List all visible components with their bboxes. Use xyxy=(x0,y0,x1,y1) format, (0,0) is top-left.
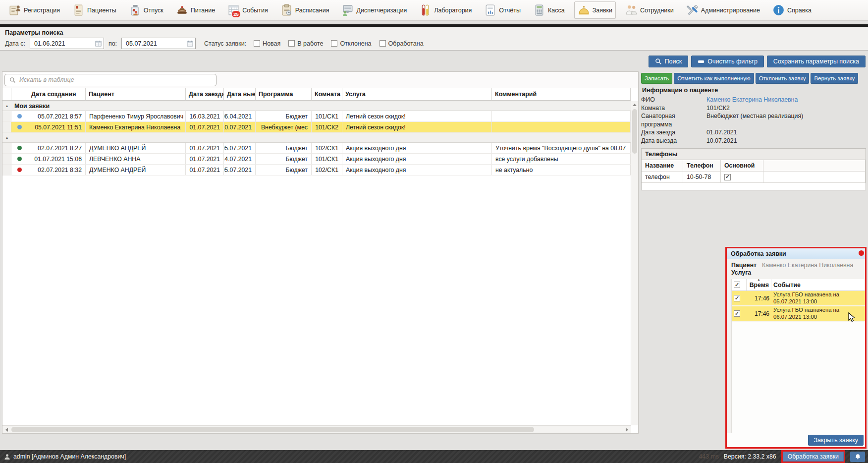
save-search-params-button[interactable]: Сохранить параметры поиска xyxy=(767,56,866,67)
toolbar-item-schedules[interactable]: Расписания xyxy=(277,2,332,18)
cell-departure: 05.07.2021 xyxy=(224,143,256,153)
status-option-new[interactable]: Новая xyxy=(254,40,280,47)
save-search-params-label: Сохранить параметры поиска xyxy=(773,58,859,65)
cell-program: Бюджет xyxy=(256,165,312,175)
column-header-program[interactable]: Программа xyxy=(256,88,312,100)
phones-column-phone[interactable]: Телефон xyxy=(683,160,721,172)
request-row[interactable]: 05.07.2021 8:57Парфененко Тимур Ярославо… xyxy=(2,111,631,122)
laboratory-icon xyxy=(419,4,432,16)
date-to-value: 05.07.2021 xyxy=(126,40,185,47)
status-checkboxes: Новая В работе Отклонена Обработана xyxy=(254,40,423,47)
popup-column-event[interactable]: Событие xyxy=(771,279,865,290)
calendar-icon[interactable] xyxy=(187,40,193,47)
checkbox[interactable]: ✓ xyxy=(734,310,740,317)
phones-column-primary[interactable]: Основной xyxy=(721,160,763,172)
toolbar-item-food[interactable]: Питание xyxy=(173,2,218,18)
toolbar-item-requests[interactable]: Заявки xyxy=(574,1,616,19)
clear-filter-button[interactable]: Очистить фильтр xyxy=(691,56,764,67)
phones-column-name[interactable]: Название xyxy=(642,160,683,172)
column-header-patient[interactable]: Пациент xyxy=(86,88,186,100)
toolbar-item-patients[interactable]: Пациенты xyxy=(69,2,119,18)
check-mark: ✓ xyxy=(735,295,739,301)
cell-departure: 05.07.2021 xyxy=(224,165,256,175)
calendar-icon[interactable] xyxy=(95,40,102,47)
column-header-comment[interactable]: Комментарий xyxy=(492,88,631,100)
column-header-departure[interactable]: Дата выезда xyxy=(224,88,256,100)
row-indicator xyxy=(2,111,11,121)
toolbar-item-cash[interactable]: Касса xyxy=(530,2,568,18)
checkbox[interactable]: ✓ xyxy=(724,174,731,180)
popup-rows: ✓17:46Услуга ГБО назначена на 05.07.2021… xyxy=(732,291,865,322)
processing-task-label: Обработка заявки xyxy=(788,453,839,460)
column-header-room[interactable]: Комната xyxy=(312,88,342,100)
save-request-button[interactable]: Записать xyxy=(641,73,672,84)
patient-name-link[interactable]: Каменко Екатерина Николаевна xyxy=(706,96,798,104)
date-from-input[interactable]: 01.06.2021 xyxy=(30,38,104,49)
vertical-scroll-thumb[interactable] xyxy=(632,109,637,154)
toolbar-item-registration[interactable]: Регистрация xyxy=(6,2,63,18)
popup-event-row[interactable]: ✓17:46Услуга ГБО назначена на 05.07.2021… xyxy=(732,291,865,306)
requests-icon xyxy=(578,4,590,16)
collapse-arrow-icon[interactable]: ▲ xyxy=(2,133,11,143)
toolbar-item-dispatch[interactable]: Диспетчеризация xyxy=(338,2,410,18)
toolbar-item-help[interactable]: Справка xyxy=(769,2,814,18)
phones-column-filler xyxy=(763,160,866,172)
toolbar-item-events[interactable]: 25 События xyxy=(224,2,271,18)
column-header-service[interactable]: Услуга xyxy=(342,88,492,100)
mark-done-label: Отметить как выполненную xyxy=(677,75,750,81)
scroll-up-arrow-icon[interactable] xyxy=(631,101,638,108)
toolbar-item-reports[interactable]: Отчёты xyxy=(481,2,524,18)
checkbox[interactable]: ✓ xyxy=(734,282,740,288)
horizontal-scroll-thumb[interactable] xyxy=(11,427,534,432)
events-badge: 25 xyxy=(231,10,241,18)
status-option-label: Отклонена xyxy=(340,40,371,47)
group-row[interactable]: ▲Мои заявки xyxy=(2,101,631,111)
popup-column-time[interactable]: ▲Время xyxy=(747,279,771,290)
column-header-created[interactable]: Дата создания xyxy=(28,88,86,100)
date-from-value: 01.06.2021 xyxy=(34,40,93,47)
notifications-button[interactable] xyxy=(850,452,865,462)
toolbar-item-label: Справка xyxy=(787,7,812,14)
check-mark: ✓ xyxy=(725,174,730,179)
checkbox[interactable] xyxy=(331,40,337,47)
toolbar-item-administration[interactable]: Администрирование xyxy=(683,2,763,18)
popup-event-row[interactable]: ✓17:46Услуга ГБО назначена на 06.07.2021… xyxy=(732,306,865,322)
scroll-left-arrow-icon[interactable] xyxy=(2,426,10,433)
checkbox[interactable]: ✓ xyxy=(734,295,740,301)
date-to-input[interactable]: 05.07.2021 xyxy=(121,38,196,49)
close-request-button[interactable]: Закрыть заявку xyxy=(808,435,864,446)
status-dot-red-icon xyxy=(17,168,22,172)
status-latency: 443 ms xyxy=(699,453,718,460)
return-request-button[interactable]: Вернуть заявку xyxy=(811,73,858,84)
checkbox[interactable] xyxy=(288,40,295,47)
horizontal-scrollbar[interactable] xyxy=(2,425,631,433)
collapse-arrow-icon[interactable]: ▲ xyxy=(2,101,11,111)
decline-request-button[interactable]: Отклонить заявку xyxy=(756,73,810,84)
phones-table: Название Телефон Основной телефон 10-50-… xyxy=(642,160,866,183)
vertical-scrollbar[interactable] xyxy=(631,101,638,425)
search-button[interactable]: Поиск xyxy=(649,56,689,67)
popup-meta: Пациент Каменко Екатерина Николаевна Усл… xyxy=(727,259,865,278)
info-label: Комната xyxy=(641,104,706,113)
popup-title-bar[interactable]: Обработка заявки xyxy=(727,248,865,259)
processing-task-button[interactable]: Обработка заявки xyxy=(783,452,844,462)
toolbar-item-laboratory[interactable]: Лаборатория xyxy=(416,2,475,18)
toolbar-item-staff[interactable]: Сотрудники xyxy=(622,2,677,18)
request-row[interactable]: 01.07.2021 15:06ЛЕВЧЕНКО АННА01.07.20211… xyxy=(2,154,631,165)
request-row[interactable]: 02.07.2021 8:32ДУМЕНКО АНДРЕЙ01.07.20210… xyxy=(2,165,631,175)
checkbox[interactable] xyxy=(254,40,260,47)
request-row[interactable]: 05.07.2021 11:51Каменко Екатерина Никола… xyxy=(2,122,631,133)
table-search-placeholder: Искать в таблице xyxy=(19,76,74,83)
group-row[interactable]: ▲ xyxy=(2,133,631,143)
request-row[interactable]: 02.07.2021 8:27ДУМЕНКО АНДРЕЙ01.07.20210… xyxy=(2,143,631,154)
table-search-input[interactable]: Искать в таблице xyxy=(4,74,217,86)
mark-done-button[interactable]: Отметить как выполненную xyxy=(674,73,754,84)
status-option-declined[interactable]: Отклонена xyxy=(331,40,371,47)
column-header-arrival[interactable]: Дата заезда xyxy=(186,88,224,100)
scroll-right-arrow-icon[interactable] xyxy=(623,426,631,433)
status-option-inwork[interactable]: В работе xyxy=(288,40,323,47)
toolbar-item-vacation[interactable]: Отпуск xyxy=(126,2,166,18)
checkbox[interactable] xyxy=(380,40,386,47)
status-option-processed[interactable]: Обработана xyxy=(380,40,424,47)
status-option-label: Обработана xyxy=(388,40,424,47)
